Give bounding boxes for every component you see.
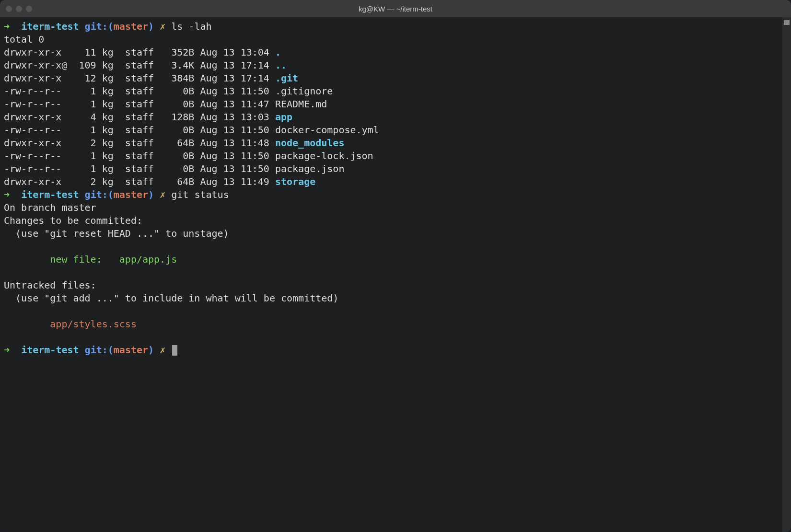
prompt-cwd: iterm-test	[21, 344, 79, 356]
cursor-icon[interactable]	[172, 345, 177, 356]
ls-row: drwxr-xr-x 11 kg staff 352B Aug 13 13:04…	[4, 46, 779, 59]
ls-entry-name: ..	[275, 59, 287, 71]
status-blank	[4, 331, 779, 344]
status-line: Untracked files:	[4, 279, 779, 292]
prompt-branch: master	[114, 21, 148, 32]
window-title: kg@KW — ~/iterm-test	[0, 2, 791, 15]
status-blank	[4, 305, 779, 318]
prompt-arrow-icon: ➜	[4, 21, 10, 32]
prompt-paren-open: (	[108, 344, 114, 356]
zoom-icon[interactable]	[26, 6, 32, 12]
status-blank	[4, 240, 779, 253]
scroll-gutter[interactable]	[782, 17, 791, 532]
prompt-cwd: iterm-test	[21, 21, 79, 32]
traffic-lights	[0, 6, 32, 12]
prompt-git-label: git:	[85, 21, 108, 32]
ls-row: -rw-r--r-- 1 kg staff 0B Aug 13 11:50 pa…	[4, 162, 779, 175]
prompt-paren-close: )	[148, 344, 154, 356]
command-text: git status	[171, 189, 229, 200]
prompt-git-label: git:	[85, 344, 108, 356]
command-text: ls -lah	[171, 21, 211, 32]
prompt-line: ➜ iterm-test git:(master) ✗	[4, 344, 779, 357]
prompt-line: ➜ iterm-test git:(master) ✗ git status	[4, 188, 779, 201]
status-staged-file: new file: app/app.js	[4, 253, 779, 266]
prompt-branch: master	[114, 344, 148, 356]
prompt-paren-close: )	[148, 189, 154, 200]
prompt-arrow-icon: ➜	[4, 344, 10, 356]
terminal-content[interactable]: ➜ iterm-test git:(master) ✗ ls -lahtotal…	[0, 17, 782, 532]
ls-entry-name: README.md	[275, 98, 327, 110]
ls-entry-name: package.json	[275, 163, 345, 174]
status-blank	[4, 266, 779, 279]
status-line: (use "git reset HEAD ..." to unstage)	[4, 227, 779, 240]
ls-row: drwxr-xr-x 2 kg staff 64B Aug 13 11:48 n…	[4, 137, 779, 150]
prompt-paren-open: (	[108, 189, 114, 200]
status-line: On branch master	[4, 201, 779, 214]
prompt-line: ➜ iterm-test git:(master) ✗ ls -lah	[4, 20, 779, 33]
ls-row: -rw-r--r-- 1 kg staff 0B Aug 13 11:47 RE…	[4, 98, 779, 111]
scroll-mark-icon	[784, 20, 790, 25]
ls-row: drwxr-xr-x 12 kg staff 384B Aug 13 17:14…	[4, 72, 779, 85]
prompt-cwd: iterm-test	[21, 189, 79, 200]
minimize-icon[interactable]	[16, 6, 22, 12]
prompt-dirty-icon: ✗	[160, 21, 165, 32]
terminal-window: kg@KW — ~/iterm-test ➜ iterm-test git:(m…	[0, 0, 791, 532]
ls-row: drwxr-xr-x@ 109 kg staff 3.4K Aug 13 17:…	[4, 59, 779, 72]
prompt-arrow-icon: ➜	[4, 189, 10, 200]
close-icon[interactable]	[6, 6, 12, 12]
ls-row: drwxr-xr-x 2 kg staff 64B Aug 13 11:49 s…	[4, 175, 779, 188]
ls-row: drwxr-xr-x 4 kg staff 128B Aug 13 13:03 …	[4, 111, 779, 124]
ls-entry-name: .	[275, 46, 281, 58]
terminal-area[interactable]: ➜ iterm-test git:(master) ✗ ls -lahtotal…	[0, 17, 791, 532]
prompt-branch: master	[114, 189, 148, 200]
prompt-dirty-icon: ✗	[160, 344, 165, 356]
prompt-git-label: git:	[85, 189, 108, 200]
ls-total: total 0	[4, 33, 779, 46]
prompt-paren-open: (	[108, 21, 114, 32]
ls-row: -rw-r--r-- 1 kg staff 0B Aug 13 11:50 do…	[4, 124, 779, 137]
ls-entry-name: node_modules	[275, 137, 345, 149]
ls-entry-name: docker-compose.yml	[275, 124, 379, 136]
ls-entry-name: package-lock.json	[275, 150, 373, 162]
status-untracked-file: app/styles.scss	[4, 318, 779, 331]
ls-row: -rw-r--r-- 1 kg staff 0B Aug 13 11:50 pa…	[4, 150, 779, 162]
ls-entry-name: app	[275, 111, 292, 123]
ls-entry-name: storage	[275, 176, 315, 187]
prompt-paren-close: )	[148, 21, 154, 32]
ls-row: -rw-r--r-- 1 kg staff 0B Aug 13 11:50 .g…	[4, 85, 779, 98]
status-line: (use "git add ..." to include in what wi…	[4, 292, 779, 305]
ls-entry-name: .git	[275, 72, 298, 84]
titlebar: kg@KW — ~/iterm-test	[0, 0, 791, 17]
status-line: Changes to be committed:	[4, 214, 779, 227]
prompt-dirty-icon: ✗	[160, 189, 165, 200]
ls-entry-name: .gitignore	[275, 85, 333, 97]
